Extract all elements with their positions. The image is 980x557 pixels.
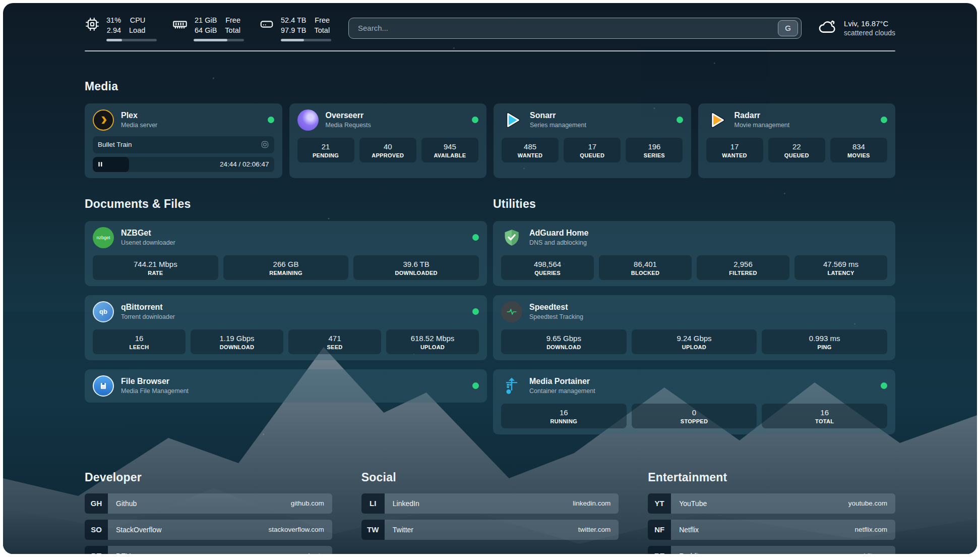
stat-ping: 0.993 ms PING	[762, 329, 887, 354]
qbittorrent-icon: qb	[93, 301, 114, 322]
disk-widget: 52.4 TB 97.9 TB Free Total	[259, 15, 331, 41]
bookmark-url: twitter.com	[578, 526, 611, 533]
service-description: Media File Management	[121, 387, 189, 395]
bookmark-dev[interactable]: DT DEV dev.to	[85, 546, 332, 554]
service-card-adguard[interactable]: AdGuard Home DNS and adblocking 498,564 …	[493, 221, 895, 286]
stat-queued: 17 QUEUED	[564, 138, 621, 162]
stat-stopped: 0 STOPPED	[632, 404, 757, 428]
stat-movies: 834 MOVIES	[830, 138, 887, 162]
service-name: qBittorrent	[121, 303, 175, 312]
service-description: Media Requests	[326, 122, 371, 129]
bookmark-abbr: DT	[85, 546, 108, 554]
media-section-title: Media	[85, 80, 895, 93]
service-card-plex[interactable]: Plex Media server Bullet Train	[85, 103, 282, 178]
service-description: Speedtest Tracking	[529, 313, 583, 320]
service-card-speedtest[interactable]: Speedtest Speedtest Tracking 9.65 Gbps D…	[493, 295, 895, 360]
bookmark-url: reddit.com	[855, 552, 887, 554]
filebrowser-icon	[93, 375, 114, 397]
service-card-filebrowser[interactable]: File Browser Media File Management	[85, 369, 487, 403]
bookmark-linkedin[interactable]: LI LinkedIn linkedin.com	[361, 493, 619, 514]
playback-progress-row: 24:44 / 02:06:47	[93, 157, 274, 172]
cpu-load-value: 2.94	[107, 25, 121, 35]
section-entertainment: Entertainment YT YouTube youtube.com NF …	[648, 471, 895, 554]
service-card-nzbget[interactable]: nzbget NZBGet Usenet downloader 744.21 M…	[85, 221, 487, 286]
dashboard-screen: 31% 2.94 CPU Load	[3, 3, 977, 554]
stat-latency: 47.569 ms LATENCY	[794, 255, 887, 280]
service-card-qbittorrent[interactable]: qb qBittorrent Torrent downloader 16 LEE…	[85, 295, 487, 360]
disk-icon	[259, 17, 274, 34]
service-description: Media server	[121, 122, 157, 129]
plex-icon	[93, 109, 114, 131]
bookmark-abbr: NF	[648, 520, 671, 540]
portainer-icon	[501, 375, 522, 397]
top-bar: 31% 2.94 CPU Load	[85, 3, 895, 41]
social-section-title: Social	[361, 471, 619, 484]
service-name: AdGuard Home	[529, 229, 588, 238]
disk-progress-fill	[281, 39, 304, 41]
camera-icon	[261, 140, 269, 149]
service-name: Overseerr	[326, 111, 371, 120]
status-dot	[472, 308, 479, 315]
bookmark-abbr: RE	[648, 546, 671, 554]
weather-location: Lviv, 16.87°C	[844, 19, 895, 28]
bookmark-twitter[interactable]: TW Twitter twitter.com	[361, 520, 619, 540]
service-name: Speedtest	[529, 303, 583, 312]
memory-total-value: 64 GiB	[195, 25, 217, 35]
utilities-section-title: Utilities	[493, 197, 895, 211]
bookmark-name: YouTube	[679, 499, 707, 508]
cpu-widget: 31% 2.94 CPU Load	[85, 15, 157, 41]
search-input[interactable]	[357, 23, 778, 33]
stat-upload: 618.52 Mbps UPLOAD	[386, 329, 479, 354]
bookmark-netflix[interactable]: NF Netflix netflix.com	[648, 520, 895, 540]
bookmark-github[interactable]: GH Github github.com	[85, 493, 332, 514]
bookmark-youtube[interactable]: YT YouTube youtube.com	[648, 493, 895, 514]
overseerr-icon	[297, 109, 319, 131]
stat-pending: 21 PENDING	[297, 138, 354, 162]
bookmark-abbr: SO	[85, 520, 108, 540]
weather-widget[interactable]: Lviv, 16.87°C scattered clouds	[817, 17, 895, 40]
stat-available: 945 AVAILABLE	[421, 138, 478, 162]
now-playing-row: Bullet Train	[93, 136, 274, 153]
service-name: Media Portainer	[529, 377, 595, 386]
developer-section-title: Developer	[85, 471, 332, 484]
section-developer: Developer GH Github github.com SO StackO…	[85, 471, 332, 554]
memory-icon	[172, 16, 188, 34]
bookmark-url: github.com	[291, 499, 324, 507]
status-dot	[268, 117, 274, 123]
service-card-sonarr[interactable]: Sonarr Series management 485 WANTED 17 Q…	[494, 103, 691, 178]
bookmark-url: stackoverflow.com	[268, 526, 324, 533]
bookmark-reddit[interactable]: RE Reddit reddit.com	[648, 546, 895, 554]
bookmark-abbr: YT	[648, 493, 671, 514]
memory-progress-track	[194, 39, 244, 41]
cpu-icon	[85, 17, 100, 34]
bookmark-abbr: LI	[361, 493, 385, 514]
playback-elapsed	[93, 157, 129, 172]
sonarr-icon	[502, 109, 523, 131]
service-description: DNS and adblocking	[529, 239, 588, 246]
search-provider-button[interactable]: G	[778, 20, 798, 36]
topbar-divider	[85, 50, 895, 51]
pause-icon	[98, 160, 103, 169]
section-documents: Documents & Files nzbget NZBGet Usenet d…	[85, 197, 487, 412]
stat-queued: 22 QUEUED	[768, 138, 825, 162]
stat-series: 196 SERIES	[626, 138, 683, 162]
stat-remaining: 266 GB REMAINING	[223, 255, 349, 280]
documents-section-title: Documents & Files	[85, 197, 487, 211]
service-description: Usenet downloader	[121, 239, 175, 246]
search-bar[interactable]: G	[348, 18, 802, 39]
service-card-portainer[interactable]: Media Portainer Container management 16 …	[493, 369, 895, 434]
memory-widget: 21 GiB 64 GiB Free Total	[172, 15, 244, 41]
status-dot	[472, 382, 479, 389]
bookmark-stackoverflow[interactable]: SO StackOverflow stackoverflow.com	[85, 520, 332, 540]
memory-free-value: 21 GiB	[195, 15, 217, 25]
memory-progress-fill	[194, 39, 227, 41]
service-card-overseerr[interactable]: Overseerr Media Requests 21 PENDING 40 A…	[289, 103, 487, 178]
stat-upload: 9.24 Gbps UPLOAD	[632, 329, 757, 354]
service-description: Torrent downloader	[121, 313, 175, 320]
service-name: Plex	[121, 111, 157, 120]
status-dot	[881, 117, 887, 123]
service-card-radarr[interactable]: Radarr Movie management 17 WANTED 22 QUE…	[698, 103, 896, 178]
bookmark-url: linkedin.com	[573, 499, 610, 507]
cloud-icon	[817, 17, 838, 40]
service-description: Series management	[530, 122, 586, 129]
